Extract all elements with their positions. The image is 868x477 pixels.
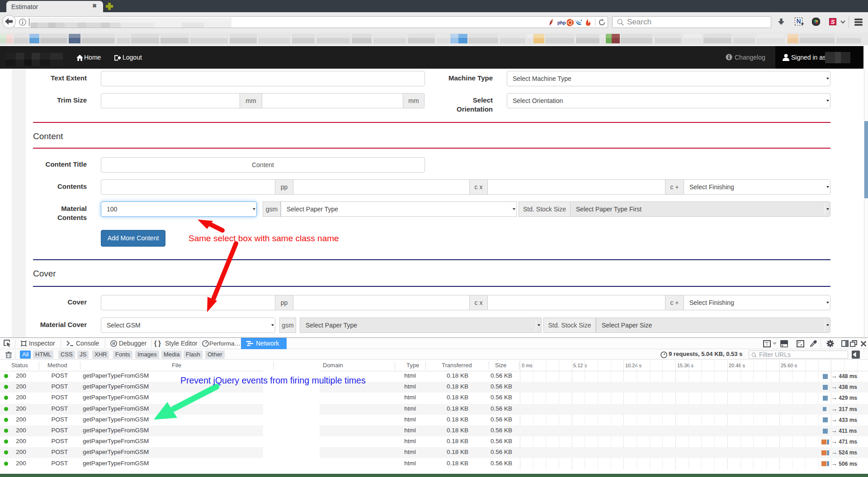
svg-text:php: php bbox=[557, 20, 566, 25]
